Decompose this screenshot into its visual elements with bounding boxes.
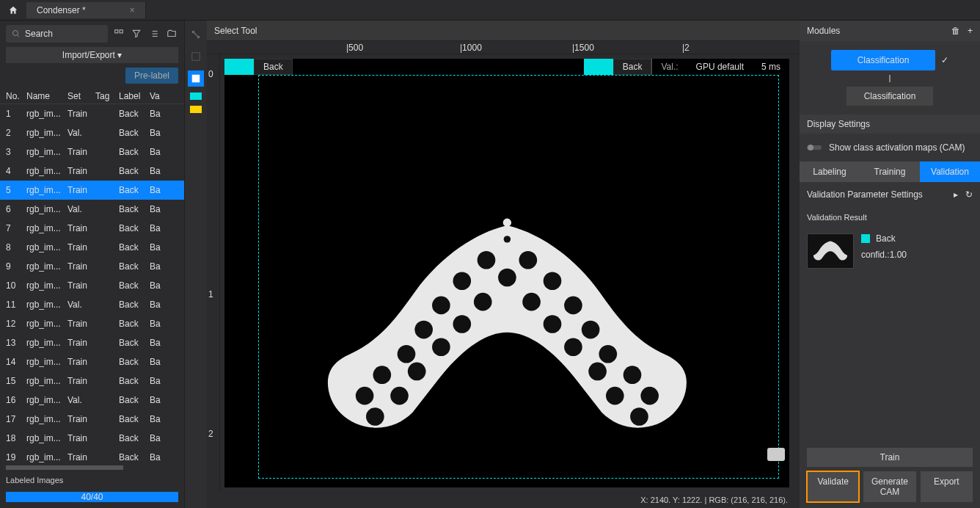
svg-rect-3 (120, 30, 122, 33)
horizontal-scrollbar[interactable] (6, 464, 178, 471)
svg-point-8 (197, 36, 199, 37)
result-row: Back confid.:1.00 (800, 228, 980, 275)
table-row[interactable]: 12rgb_im...TrainBackBa (0, 314, 184, 333)
table-row[interactable]: 5rgb_im...TrainBackBa (0, 181, 184, 200)
titlebar: Condenser * × (0, 0, 980, 21)
result-thumbnail[interactable] (807, 233, 854, 269)
document-tab[interactable]: Condenser * × (26, 2, 146, 18)
keyboard-icon[interactable] (767, 448, 785, 461)
table-row[interactable]: 4rgb_im...TrainBackBa (0, 162, 184, 181)
svg-point-26 (397, 344, 415, 363)
svg-point-33 (623, 366, 641, 384)
swatch-yellow[interactable] (190, 106, 202, 113)
gpu-label: GPU default (687, 62, 753, 72)
table-row[interactable]: 11rgb_im...Val.BackBa (0, 295, 184, 314)
table-body[interactable]: 1rgb_im...TrainBackBa2rgb_im...Val.BackB… (0, 104, 184, 464)
table-row[interactable]: 10rgb_im...TrainBackBa (0, 276, 184, 295)
col-name[interactable]: Name (26, 91, 67, 101)
table-row[interactable]: 9rgb_im...TrainBackBa (0, 257, 184, 276)
connector-tool[interactable] (188, 26, 204, 43)
col-val[interactable]: Va (150, 91, 167, 101)
table-row[interactable]: 16rgb_im...Val.BackBa (0, 391, 184, 410)
import-export-button[interactable]: Import/Export ▾ (6, 47, 178, 63)
col-no[interactable]: No. (6, 91, 26, 101)
svg-point-16 (498, 268, 516, 286)
svg-line-1 (18, 35, 20, 37)
classification-subnode[interactable]: Classification (846, 87, 934, 106)
table-row[interactable]: 19rgb_im...TrainBackBa (0, 448, 184, 464)
cam-toggle[interactable]: Show class activation maps (CAM) (800, 134, 980, 162)
tab-labeling[interactable]: Labeling (800, 162, 860, 182)
prelabel-button[interactable]: Pre-label (125, 68, 178, 84)
search-input[interactable]: Search (6, 25, 108, 43)
overlay-swatch-right (584, 59, 613, 75)
table-row[interactable]: 2rgb_im...Val.BackBa (0, 123, 184, 142)
svg-point-41 (808, 145, 813, 150)
result-class: Back (876, 233, 896, 244)
col-tag[interactable]: Tag (95, 91, 119, 101)
table-row[interactable]: 14rgb_im...TrainBackBa (0, 352, 184, 371)
svg-point-39 (630, 407, 648, 426)
table-row[interactable]: 18rgb_im...TrainBackBa (0, 429, 184, 448)
train-button[interactable]: Train (807, 448, 973, 467)
part-image (326, 205, 688, 440)
table-row[interactable]: 8rgb_im...TrainBackBa (0, 238, 184, 257)
tab-validation[interactable]: Validation (920, 162, 980, 182)
left-panel: Search Import/Export ▾ Pre-label No. Nam… (0, 21, 185, 508)
svg-rect-2 (115, 30, 118, 33)
table-row[interactable]: 15rgb_im...TrainBackBa (0, 371, 184, 391)
ruler-vertical: 0 1 2 (207, 54, 220, 492)
delete-icon[interactable]: 🗑 (951, 26, 960, 36)
list-icon[interactable] (147, 27, 161, 40)
svg-point-31 (407, 362, 425, 380)
check-icon: ✓ (941, 55, 948, 65)
svg-point-15 (453, 272, 471, 290)
table-row[interactable]: 6rgb_im...Val.BackBa (0, 200, 184, 219)
svg-point-36 (606, 386, 624, 404)
reset-icon[interactable]: ↻ (965, 189, 973, 200)
col-label[interactable]: Label (119, 91, 150, 101)
overlay-bar: Back Back Val.: GPU default 5 ms (224, 59, 789, 75)
overlay-swatch-left (224, 59, 254, 75)
add-icon[interactable]: + (968, 26, 973, 36)
tab-training[interactable]: Training (860, 162, 920, 182)
table-row[interactable]: 13rgb_im...TrainBackBa (0, 333, 184, 352)
export-button[interactable]: Export (921, 471, 973, 502)
expand-icon[interactable]: ▸ (954, 189, 958, 200)
svg-point-37 (640, 386, 659, 404)
toolstrip (185, 21, 207, 508)
home-button[interactable] (0, 5, 26, 15)
table-row[interactable]: 3rgb_im...TrainBackBa (0, 142, 184, 162)
marquee-tool[interactable] (188, 48, 204, 65)
table-row[interactable]: 7rgb_im...TrainBackBa (0, 219, 184, 238)
close-icon[interactable]: × (130, 5, 135, 15)
result-swatch (861, 234, 870, 243)
picker-icon[interactable] (112, 27, 125, 40)
classification-node[interactable]: Classification (831, 50, 936, 70)
table-row[interactable]: 1rgb_im...TrainBackBa (0, 104, 184, 123)
validation-params-row[interactable]: Validation Parameter Settings ▸ ↻ (800, 182, 980, 207)
svg-point-23 (453, 315, 471, 333)
overlay-label-right: Back (613, 59, 652, 75)
svg-point-35 (390, 386, 409, 404)
image-viewport[interactable]: Back Back Val.: GPU default 5 ms (224, 59, 789, 487)
ruler-horizontal: |500 |1000 |1500 |2 (207, 41, 800, 54)
svg-point-28 (564, 338, 582, 356)
active-tool[interactable] (188, 70, 204, 87)
canvas-area: Select Tool |500 |1000 |1500 |2 0 1 2 Ba… (207, 21, 800, 508)
folder-icon[interactable] (165, 27, 178, 40)
validate-button[interactable]: Validate (807, 471, 859, 502)
svg-point-20 (522, 292, 541, 311)
validation-label: Val.: (651, 59, 687, 75)
table-row[interactable]: 17rgb_im...TrainBackBa (0, 410, 184, 429)
mode-tabs: Labeling Training Validation (800, 162, 980, 182)
col-set[interactable]: Set (67, 91, 95, 101)
filter-icon[interactable] (130, 27, 143, 40)
search-placeholder: Search (25, 29, 53, 39)
svg-point-24 (543, 315, 561, 333)
svg-point-32 (588, 362, 607, 380)
pipeline: Classification ✓ Classification (800, 41, 980, 115)
svg-point-17 (543, 272, 561, 290)
swatch-cyan[interactable] (190, 92, 202, 100)
generate-cam-button[interactable]: Generate CAM (863, 471, 915, 502)
